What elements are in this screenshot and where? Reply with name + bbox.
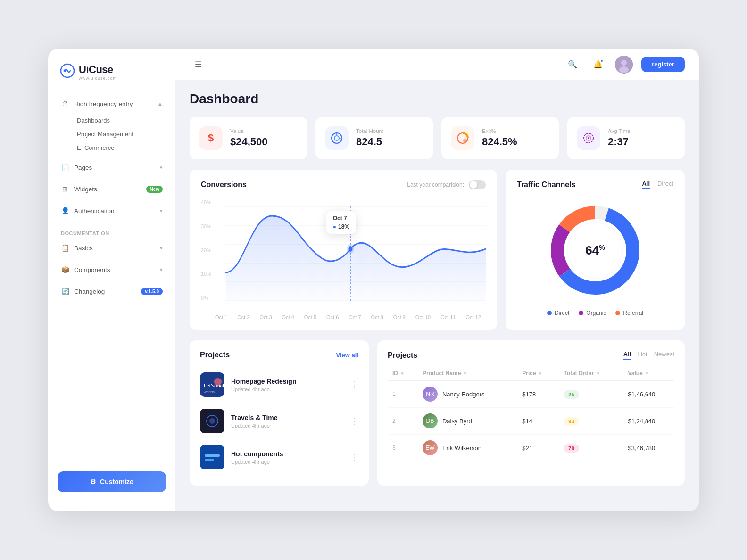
referral-dot <box>615 311 620 315</box>
notifications-button[interactable]: 🔔 <box>589 56 606 73</box>
app-container: UiCuse www.uicuse.com ⏱ High frequency e… <box>48 49 699 511</box>
row2-value: $1,24,840 <box>623 408 675 435</box>
exit-label: Exit% <box>482 128 517 134</box>
projects-list-title: Projects <box>200 351 230 359</box>
logo[interactable]: UiCuse www.uicuse.com <box>60 63 164 81</box>
row3-price: $21 <box>517 435 559 461</box>
row1-id: 1 <box>388 381 418 408</box>
nav-item-components[interactable]: 📦 Components ▾ <box>55 261 168 279</box>
projects-list-header: Projects View all <box>200 351 358 359</box>
row1-avatar: NR <box>423 387 438 402</box>
project-menu-0[interactable]: ⋮ <box>350 379 358 390</box>
logo-icon <box>60 63 75 81</box>
sidebar: UiCuse www.uicuse.com ⏱ High frequency e… <box>48 49 175 511</box>
sidebar-item-project-management[interactable]: Project Management <box>73 127 168 141</box>
sidebar-item-ecommerce[interactable]: E–Commerce <box>73 141 168 155</box>
hours-icon-wrap <box>325 126 349 150</box>
table-tab-all[interactable]: All <box>623 351 631 360</box>
row1-order-badge: 25 <box>564 390 579 399</box>
nav-item-authentication[interactable]: 👤 Authentication ▾ <box>55 202 168 220</box>
traffic-tab-all[interactable]: All <box>642 180 650 189</box>
traffic-tab-direct[interactable]: Direct <box>657 180 673 189</box>
stat-card-avgtime: Avg Time 2:37 <box>567 117 685 159</box>
traffic-title: Traffic Channels <box>517 181 575 189</box>
traffic-header: Traffic Channels All Direct <box>517 180 673 189</box>
search-icon: 🔍 <box>568 60 577 69</box>
table-tab-hot[interactable]: Hot <box>638 351 647 360</box>
top-nav: ☰ 🔍 🔔 register <box>175 49 699 80</box>
nav-item-basics[interactable]: 📋 Basics ▾ <box>55 239 168 257</box>
project-updated-0: Updated 4hr ago <box>231 387 343 392</box>
table-tabs: All Hot Newest <box>623 351 674 360</box>
page-title: Dashboard <box>190 91 685 107</box>
toggle-knob <box>470 181 477 189</box>
traffic-card: Traffic Channels All Direct <box>506 170 685 330</box>
value-amount: $24,500 <box>230 136 268 148</box>
nav-group-pages: 📄 Pages ▾ <box>55 158 168 176</box>
bottom-row: Projects View all Let's make worlds <box>190 340 685 486</box>
col-id: ID▼ <box>388 366 418 381</box>
table-title: Projects <box>388 351 417 360</box>
dollar-icon: $ <box>208 132 214 144</box>
stat-card-hours: Total Hours 824.5 <box>315 117 433 159</box>
avgtime-label: Avg Time <box>608 128 631 134</box>
value-icon-wrap: $ <box>199 126 223 150</box>
value-label: Value <box>230 128 268 134</box>
sidebar-bottom: ⚙ Customize <box>48 462 175 497</box>
widgets-icon: ⊞ <box>61 185 69 193</box>
nav-group-highfreq: ⏱ High frequency entry ▲ Dashboards Proj… <box>55 95 168 155</box>
col-price: Price▼ <box>517 366 559 381</box>
nav-item-widgets[interactable]: ⊞ Widgets New <box>55 180 168 198</box>
col-total-order: Total Order▼ <box>559 366 623 381</box>
svg-point-22 <box>347 244 354 254</box>
chevron-up-icon: ▲ <box>158 101 163 107</box>
nav-group-changelog: 🔄 Changelog v.1.5.0 <box>55 282 168 300</box>
donut-center: 64% <box>585 243 605 258</box>
donut-percent: 64% <box>585 243 605 258</box>
customize-button[interactable]: ⚙ Customize <box>58 471 166 492</box>
nav-item-changelog[interactable]: 🔄 Changelog v.1.5.0 <box>55 282 168 300</box>
chevron-down-icon-basics: ▾ <box>160 245 163 251</box>
svg-point-4 <box>619 66 629 73</box>
legend-organic: Organic <box>579 310 606 316</box>
conversions-card: Conversions Last year comparision: 40% <box>190 170 497 330</box>
svg-point-13 <box>588 137 589 139</box>
changelog-badge: v.1.5.0 <box>141 288 163 295</box>
legend-referral: Referral <box>615 310 643 316</box>
hours-value: 824.5 <box>356 136 383 148</box>
register-button[interactable]: register <box>641 57 685 72</box>
chart-x-labels: Oct 1 Oct 2 Oct 3 Oct 4 Oct 5 Oct 6 Oct … <box>201 314 486 320</box>
row3-id: 3 <box>388 435 418 461</box>
row2-order: 93 <box>559 408 623 435</box>
nav-group-basics: 📋 Basics ▾ <box>55 239 168 257</box>
svg-point-10 <box>463 139 467 142</box>
conversions-header: Conversions Last year comparision: <box>201 180 486 189</box>
project-item-2: Hot components Updated 4hr ago ⋮ <box>200 439 358 475</box>
nav-item-pages[interactable]: 📄 Pages ▾ <box>55 158 168 176</box>
row3-order-badge: 78 <box>564 444 579 453</box>
project-thumb-2 <box>200 445 224 469</box>
row2-product: DB Daisy Byrd <box>418 408 517 435</box>
sidebar-item-dashboards[interactable]: Dashboards <box>73 114 168 127</box>
nav-item-highfreq[interactable]: ⏱ High frequency entry ▲ <box>55 95 168 113</box>
logo-tagline: www.uicuse.com <box>79 76 117 81</box>
menu-icon-button[interactable]: ☰ <box>190 56 207 73</box>
project-menu-2[interactable]: ⋮ <box>350 452 358 462</box>
project-updated-1: Updated 4hr ago <box>231 423 343 428</box>
changelog-icon: 🔄 <box>61 287 69 296</box>
chart-tooltip: Oct 7 ●18% <box>326 211 356 234</box>
basics-icon: 📋 <box>61 244 69 252</box>
table-tab-newest[interactable]: Newest <box>654 351 674 360</box>
svg-point-6 <box>334 136 339 140</box>
stat-cards: $ Value $24,500 <box>190 117 685 159</box>
nav-right: 🔍 🔔 register <box>564 56 685 74</box>
traffic-tabs: All Direct <box>642 180 673 189</box>
view-all-button[interactable]: View all <box>336 352 358 359</box>
table-row: 3 EW Erik Wilkerson $21 78 <box>388 435 674 461</box>
search-button[interactable]: 🔍 <box>564 56 581 73</box>
user-avatar[interactable] <box>615 56 633 74</box>
projects-list-card: Projects View all Let's make worlds <box>190 340 369 486</box>
project-menu-1[interactable]: ⋮ <box>350 416 358 426</box>
svg-point-35 <box>209 418 215 424</box>
toggle-switch[interactable] <box>469 180 486 189</box>
